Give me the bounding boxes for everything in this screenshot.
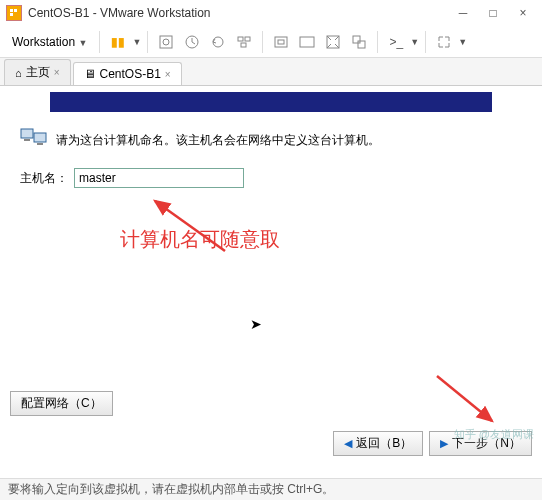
svg-rect-12 xyxy=(300,37,314,47)
svg-rect-3 xyxy=(160,36,172,48)
close-button[interactable]: × xyxy=(510,3,536,23)
hostname-label: 主机名： xyxy=(20,170,68,187)
svg-rect-10 xyxy=(275,37,287,47)
svg-rect-11 xyxy=(278,40,284,44)
motherboard-icon[interactable] xyxy=(154,30,178,54)
console-icon[interactable]: >_ xyxy=(384,30,408,54)
maximize-button[interactable]: □ xyxy=(480,3,506,23)
workstation-menu[interactable]: Workstation ▼ xyxy=(6,31,93,53)
arrow-right-icon: ▶ xyxy=(440,437,448,450)
svg-rect-17 xyxy=(34,133,46,142)
close-icon[interactable]: × xyxy=(165,69,171,80)
manage-icon[interactable] xyxy=(232,30,256,54)
close-icon[interactable]: × xyxy=(54,67,60,78)
window-title: CentOS-B1 - VMware Workstation xyxy=(28,6,450,20)
minimize-button[interactable]: ─ xyxy=(450,3,476,23)
back-button[interactable]: ◀返回（B） xyxy=(333,431,423,456)
computer-network-icon xyxy=(20,128,48,152)
wizard-instruction: 请为这台计算机命名。该主机名会在网络中定义这台计算机。 xyxy=(56,132,380,149)
svg-rect-7 xyxy=(238,37,243,41)
configure-network-button[interactable]: 配置网络（C） xyxy=(10,391,113,416)
svg-line-21 xyxy=(437,376,492,421)
snapshot-icon[interactable] xyxy=(180,30,204,54)
fullscreen-icon[interactable] xyxy=(321,30,345,54)
fit-guest-icon[interactable] xyxy=(269,30,293,54)
svg-rect-15 xyxy=(358,41,365,48)
expand-icon[interactable] xyxy=(432,30,456,54)
svg-point-4 xyxy=(163,39,169,45)
hostname-input[interactable] xyxy=(74,168,244,188)
svg-rect-9 xyxy=(241,43,246,47)
tab-home[interactable]: ⌂ 主页 × xyxy=(4,59,71,85)
annotation-text: 计算机名可随意取 xyxy=(120,226,280,253)
svg-rect-2 xyxy=(10,13,13,16)
statusbar: 要将输入定向到该虚拟机，请在虚拟机内部单击或按 Ctrl+G。 xyxy=(0,478,542,500)
svg-rect-1 xyxy=(14,9,17,12)
home-icon: ⌂ xyxy=(15,67,22,79)
svg-rect-14 xyxy=(353,36,360,43)
vmware-icon xyxy=(6,5,22,21)
installer-banner xyxy=(50,92,492,112)
revert-icon[interactable] xyxy=(206,30,230,54)
svg-rect-18 xyxy=(24,139,30,141)
stretch-icon[interactable] xyxy=(295,30,319,54)
svg-rect-8 xyxy=(245,37,250,41)
svg-rect-0 xyxy=(10,9,13,12)
cursor-icon: ➤ xyxy=(250,316,262,332)
status-text: 要将输入定向到该虚拟机，请在虚拟机内部单击或按 Ctrl+G。 xyxy=(8,481,334,498)
vm-icon: 🖥 xyxy=(84,67,96,81)
pause-icon[interactable]: ▮▮ xyxy=(106,30,130,54)
watermark-text: 知乎 @友道网课 xyxy=(454,427,534,442)
annotation-arrow-icon xyxy=(432,371,502,431)
svg-rect-16 xyxy=(21,129,33,138)
vm-console[interactable]: 请为这台计算机命名。该主机名会在网络中定义这台计算机。 主机名： 计算机名可随意… xyxy=(0,86,542,466)
svg-rect-19 xyxy=(37,143,43,145)
arrow-left-icon: ◀ xyxy=(344,437,352,450)
unity-icon[interactable] xyxy=(347,30,371,54)
tab-centos-b1[interactable]: 🖥 CentOS-B1 × xyxy=(73,62,182,85)
